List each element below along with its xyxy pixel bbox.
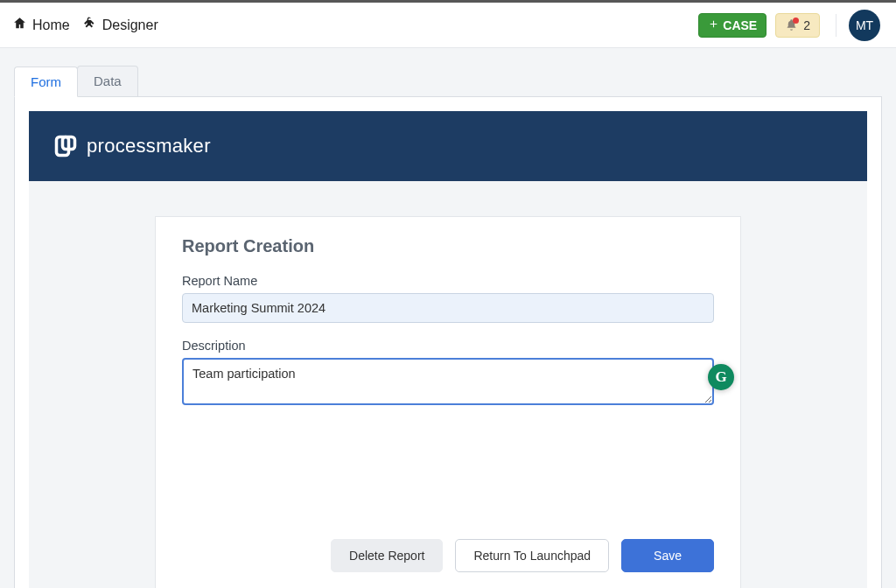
brand-bar: processmaker bbox=[29, 111, 867, 181]
tab-strip: Form Data bbox=[0, 48, 896, 97]
bell-icon bbox=[785, 18, 798, 32]
report-name-field: Report Name bbox=[182, 274, 714, 323]
description-label: Description bbox=[182, 339, 714, 353]
brand-name-bold: process bbox=[87, 135, 156, 157]
tab-data-label: Data bbox=[94, 74, 122, 88]
nav-left-group: Home Designer bbox=[12, 16, 158, 34]
brand-logo: processmaker bbox=[53, 134, 211, 158]
plus-icon bbox=[708, 18, 719, 32]
notification-count: 2 bbox=[803, 18, 810, 32]
grammar-badge-letter: G bbox=[715, 368, 726, 386]
return-to-launchpad-button[interactable]: Return To Launchpad bbox=[455, 539, 609, 572]
report-name-label: Report Name bbox=[182, 274, 714, 288]
nav-designer-link[interactable]: Designer bbox=[82, 16, 158, 34]
grammar-badge-icon[interactable]: G bbox=[708, 364, 734, 390]
button-row: Delete Report Return To Launchpad Save bbox=[156, 539, 740, 588]
nav-right-group: CASE 2 MT bbox=[698, 10, 880, 41]
brand-name-light: maker bbox=[156, 135, 211, 157]
delete-report-button[interactable]: Delete Report bbox=[331, 539, 443, 572]
tab-form-label: Form bbox=[31, 74, 61, 89]
tabs-container: Form Data bbox=[14, 66, 882, 97]
nav-home-label: Home bbox=[32, 18, 70, 33]
form-card: Report Creation Report Name Description … bbox=[155, 216, 741, 588]
page-title: Report Creation bbox=[182, 236, 714, 256]
save-button[interactable]: Save bbox=[621, 539, 714, 572]
save-label: Save bbox=[654, 549, 682, 563]
nav-home-link[interactable]: Home bbox=[12, 16, 70, 34]
case-button-label: CASE bbox=[723, 18, 757, 32]
top-navbar: Home Designer CASE 2 MT bbox=[0, 3, 896, 48]
home-icon bbox=[12, 16, 27, 34]
new-case-button[interactable]: CASE bbox=[698, 13, 766, 38]
form-card-body: Report Creation Report Name Description … bbox=[156, 217, 740, 424]
nav-designer-label: Designer bbox=[102, 18, 158, 33]
brand-wordmark: processmaker bbox=[87, 135, 211, 158]
avatar-initials: MT bbox=[856, 18, 873, 32]
tab-data[interactable]: Data bbox=[77, 66, 138, 96]
main-panel: processmaker Report Creation Report Name… bbox=[14, 97, 882, 588]
form-area: Report Creation Report Name Description … bbox=[29, 181, 867, 588]
nav-divider bbox=[836, 14, 836, 37]
delete-report-label: Delete Report bbox=[349, 549, 424, 563]
tab-form[interactable]: Form bbox=[14, 66, 78, 97]
processmaker-logo-icon bbox=[53, 134, 78, 158]
return-label: Return To Launchpad bbox=[473, 549, 591, 563]
notifications-button[interactable]: 2 bbox=[775, 13, 820, 38]
designer-icon bbox=[82, 16, 97, 34]
user-avatar[interactable]: MT bbox=[849, 10, 880, 41]
description-textarea[interactable]: Team participation bbox=[182, 358, 714, 405]
report-name-input[interactable] bbox=[182, 293, 714, 323]
description-field: Description Team participation bbox=[182, 339, 714, 409]
